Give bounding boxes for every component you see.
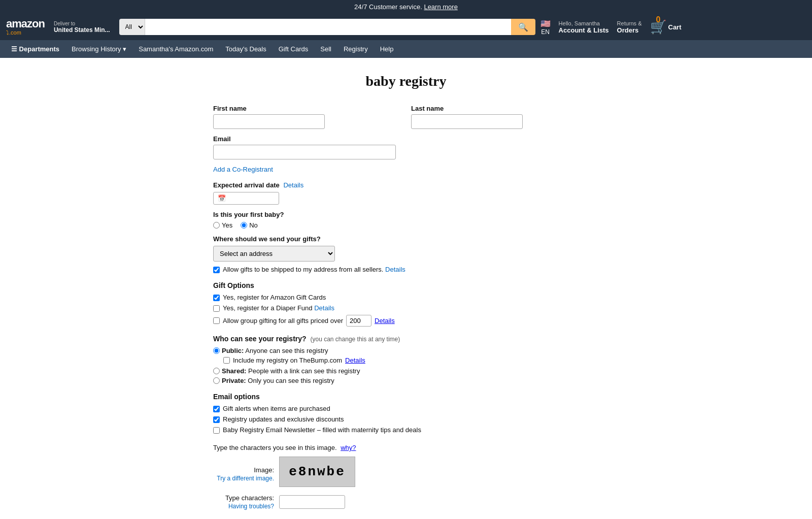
visibility-section: Public: Anyone can see this registry Inc…	[213, 347, 599, 384]
email-option-1-label: Registry updates and exclusive discounts	[223, 415, 344, 423]
first-baby-label: Is this your first baby?	[213, 211, 599, 218]
navbar-sell[interactable]: Sell	[315, 42, 336, 56]
captcha-input[interactable]	[279, 495, 345, 509]
private-sublabel: Only you can see this registry	[248, 377, 334, 384]
last-name-input[interactable]	[411, 114, 523, 129]
navbar-browsing-history[interactable]: Browsing History ▾	[66, 42, 131, 56]
arrival-date-wrapper: 📅 09/24/2019	[213, 192, 279, 205]
captcha-why-link[interactable]: why?	[341, 444, 356, 451]
public-radio[interactable]	[213, 347, 220, 354]
email-option-2-label: Baby Registry Email Newsletter – filled …	[223, 426, 421, 434]
private-option[interactable]: Private: Only you can see this registry	[213, 377, 599, 384]
navbar-todays-deals[interactable]: Today's Deals	[220, 42, 272, 56]
email-option-0-checkbox[interactable]	[213, 406, 220, 412]
arrival-date-label: Expected arrival date Details	[213, 181, 599, 189]
allow-gifts-checkbox-row: Allow gifts to be shipped to my address …	[213, 266, 599, 273]
captcha-image-label-col: Image: Try a different image.	[213, 466, 274, 482]
navbar: ☰ Departments Browsing History ▾ Samanth…	[0, 40, 812, 58]
shared-label: Shared:	[222, 367, 246, 375]
group-gifting-checkbox[interactable]	[213, 317, 220, 324]
captcha-try-link[interactable]: Try a different image.	[217, 475, 274, 482]
captcha-type-label: Type characters:	[225, 494, 274, 502]
cart-count: 0	[656, 15, 661, 24]
navbar-gift-cards[interactable]: Gift Cards	[274, 42, 314, 56]
shared-option[interactable]: Shared: People with a link can see this …	[213, 367, 599, 375]
group-gifting-details-link[interactable]: Details	[375, 317, 395, 325]
search-category[interactable]: All	[119, 19, 145, 35]
search-button[interactable]: 🔍	[511, 19, 535, 35]
first-baby-yes-label: Yes	[222, 221, 232, 229]
header: amazon ⤵.com Deliver to United States Mi…	[0, 14, 812, 40]
public-sublabel: Anyone can see this registry	[245, 347, 328, 354]
email-option-2-checkbox[interactable]	[213, 427, 220, 434]
navbar-help[interactable]: Help	[375, 42, 399, 56]
email-options-header: Email options	[213, 393, 599, 401]
cart-label: Cart	[668, 23, 682, 31]
captcha-trouble-link[interactable]: Having troubles?	[228, 503, 274, 510]
email-group: Email	[213, 135, 599, 159]
diaper-fund-checkbox[interactable]	[213, 305, 220, 312]
include-bump-checkbox[interactable]	[223, 357, 230, 364]
deliver-to-value: United States Min...	[54, 26, 110, 34]
diaper-fund-details-link[interactable]: Details	[314, 304, 334, 312]
first-baby-no-radio[interactable]	[241, 222, 247, 229]
diaper-fund-row: Yes, register for a Diaper Fund Details	[213, 304, 599, 312]
email-input[interactable]	[213, 145, 396, 159]
email-option-0-label: Gift alerts when items are purchased	[223, 405, 330, 412]
arrival-date-input[interactable]: 09/24/2019	[229, 194, 275, 202]
first-name-group: First name	[213, 105, 401, 129]
banner-link[interactable]: Learn more	[424, 3, 457, 11]
address-select[interactable]: Select an address	[213, 246, 335, 262]
logo-text: amazon	[6, 18, 45, 29]
diaper-fund-label: Yes, register for a Diaper Fund Details	[223, 304, 334, 312]
orders-top: Returns &	[617, 20, 642, 26]
include-bump-label: Include my registry on TheBump.com	[233, 356, 342, 364]
account-lists[interactable]: Hello, Samantha Account & Lists	[559, 20, 609, 34]
gift-card-label: Yes, register for Amazon Gift Cards	[223, 294, 326, 301]
deliver-to[interactable]: Deliver to United States Min...	[50, 21, 114, 34]
public-label: Public:	[222, 347, 244, 354]
private-radio[interactable]	[213, 377, 220, 384]
orders[interactable]: Returns & Orders	[617, 20, 642, 34]
captcha-instructions: Type the characters you see in this imag…	[213, 444, 599, 451]
first-baby-no-option[interactable]: No	[241, 221, 258, 229]
email-option-1: Registry updates and exclusive discounts	[213, 415, 599, 423]
page-title: baby registry	[213, 73, 599, 89]
gift-card-checkbox[interactable]	[213, 295, 220, 301]
language-selector[interactable]: 🇺🇸 EN	[540, 19, 551, 36]
departments-button[interactable]: ☰ Departments	[6, 42, 64, 56]
email-option-1-checkbox[interactable]	[213, 416, 220, 423]
gift-options-header: Gift Options	[213, 281, 599, 289]
captcha-type-label-col: Type characters: Having troubles?	[213, 494, 274, 510]
search-input[interactable]	[145, 19, 511, 35]
gift-options-section: Yes, register for Amazon Gift Cards Yes,…	[213, 294, 599, 327]
language-code: EN	[541, 28, 550, 36]
public-option[interactable]: Public: Anyone can see this registry	[213, 347, 599, 354]
captcha-image-label: Image:	[254, 466, 274, 474]
add-co-registrant-link[interactable]: Add a Co-Registrant	[213, 166, 599, 173]
deliver-to-label: Deliver to	[54, 21, 75, 26]
group-gifting-value-input[interactable]	[346, 315, 371, 327]
navbar-registry[interactable]: Registry	[339, 42, 373, 56]
email-options-section: Gift alerts when items are purchased Reg…	[213, 405, 599, 434]
first-baby-yes-radio[interactable]	[213, 222, 220, 229]
cart[interactable]: 🛒 0 Cart	[650, 19, 682, 35]
last-name-group: Last name	[411, 105, 599, 129]
arrival-details-link[interactable]: Details	[283, 181, 303, 189]
navbar-amazon-com[interactable]: Samantha's Amazon.com	[133, 42, 218, 56]
captcha-image-row: Image: Try a different image. e8nwbe	[213, 457, 599, 491]
allow-gifts-text: Allow gifts to be shipped to my address …	[223, 266, 405, 273]
include-bump-details-link[interactable]: Details	[345, 356, 365, 364]
visibility-note: (you can change this at any time)	[311, 336, 400, 343]
shared-radio[interactable]	[213, 368, 220, 374]
logo[interactable]: amazon ⤵.com	[6, 18, 45, 36]
captcha-image: e8nwbe	[279, 457, 355, 487]
allow-gifts-checkbox[interactable]	[213, 267, 220, 273]
allow-gifts-details-link[interactable]: Details	[385, 266, 405, 273]
name-row: First name Last name	[213, 105, 599, 129]
first-baby-yes-option[interactable]: Yes	[213, 221, 232, 229]
last-name-label: Last name	[411, 105, 599, 112]
include-bump-row: Include my registry on TheBump.com Detai…	[223, 356, 599, 364]
departments-label: ☰ Departments	[11, 45, 59, 53]
first-name-input[interactable]	[213, 114, 325, 129]
